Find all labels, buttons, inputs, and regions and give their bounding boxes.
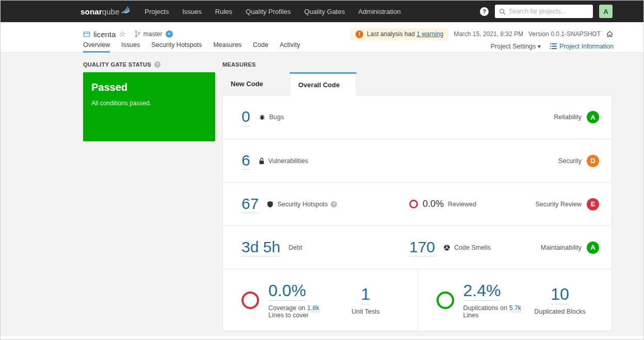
lines-to-cover-link[interactable]: 1.8k [307, 304, 319, 312]
navbar-right: ? A [480, 5, 613, 18]
favorite-star-icon[interactable]: ☆ [119, 29, 125, 39]
project-version: Version 0.0.1-SNAPSHOT [528, 30, 601, 38]
bugs-label: Bugs [269, 114, 284, 121]
coverage-value[interactable]: 0.0% [268, 281, 306, 301]
measures-panel: 0 Bugs Reliability A 6 [222, 95, 612, 331]
nav-item-quality-profiles[interactable]: Quality Profiles [246, 8, 291, 15]
quality-gate-subtitle: All conditions passed. [91, 100, 207, 107]
measures-title: MEASURES [222, 61, 612, 68]
list-icon [550, 43, 557, 49]
reliability-rating-badge[interactable]: A [587, 111, 599, 123]
warning-icon: ! [356, 30, 363, 38]
coverage-ring [242, 292, 259, 309]
code-smells-count[interactable]: 170 [409, 238, 435, 257]
tab-measures[interactable]: Measures [213, 41, 242, 53]
security-rating-badge[interactable]: D [587, 155, 599, 167]
sonar-wave-icon [121, 6, 130, 13]
tab-code[interactable]: Code [253, 41, 268, 53]
branch-name: master [143, 30, 163, 38]
tab-overall-code[interactable]: Overall Code [289, 72, 357, 95]
logo-text-bold: sonar [81, 7, 102, 16]
duplicated-lines-link[interactable]: 5.7k [509, 304, 521, 312]
code-smells-icon [443, 244, 450, 251]
tab-overview[interactable]: Overview [83, 41, 110, 53]
duplicated-blocks-block: 10 Duplicated Blocks [529, 285, 591, 315]
debt-value[interactable]: 3d 5h [242, 238, 280, 257]
warning-text: Last analysis had 1 warning [367, 30, 443, 38]
unit-tests-count[interactable]: 1 [361, 285, 371, 304]
quality-gate-help-icon[interactable]: ? [154, 61, 160, 68]
tab-activity[interactable]: Activity [280, 41, 300, 53]
security-review-label: Security Review [535, 201, 582, 208]
analysis-date: March 15, 2021, 8:32 PM [454, 30, 523, 38]
duplications-value[interactable]: 2.4% [463, 281, 501, 301]
duplicated-blocks-count[interactable]: 10 [551, 285, 569, 304]
measure-row-security-hotspots: 67 Security Hotspots ? 0.0% Reviewed Sec… [223, 182, 611, 225]
project-actions: Project Settings ▾ Project Information [491, 42, 614, 53]
code-smells-label: Code Smells [454, 244, 491, 251]
warning-link[interactable]: 1 warning [416, 30, 443, 38]
tab-new-code[interactable]: New Code [222, 72, 289, 95]
project-search[interactable] [495, 5, 593, 18]
duplications-ring [437, 292, 454, 309]
user-avatar[interactable]: A [599, 5, 613, 18]
plus-icon[interactable]: + [166, 30, 173, 38]
analysis-warning-badge: ! Last analysis had 1 warning [350, 28, 448, 40]
sonarqube-logo[interactable]: sonarqube [81, 7, 130, 16]
analysis-meta: ! Last analysis had 1 warning March 15, … [350, 28, 614, 40]
search-icon [499, 8, 506, 15]
maintainability-rating-badge[interactable]: A [587, 241, 599, 254]
project-name: licenta [93, 30, 116, 39]
security-label: Security [558, 157, 582, 165]
security-review-rating-badge[interactable]: E [587, 198, 599, 211]
home-icon[interactable] [606, 30, 614, 38]
quality-gate-title: QUALITY GATE STATUS ? [83, 61, 215, 68]
quality-gate-section: QUALITY GATE STATUS ? Passed All conditi… [83, 61, 215, 141]
tab-security-hotspots[interactable]: Security Hotspots [151, 41, 202, 53]
measures-section: MEASURES New Code Overall Code 0 Bugs [222, 61, 612, 331]
nav-item-rules[interactable]: Rules [215, 8, 232, 15]
nav-item-issues[interactable]: Issues [182, 8, 202, 15]
duplications-block: 2.4% Duplications on 5.7k Lines 10 Dupli… [417, 269, 612, 331]
coverage-caption: Coverage on 1.8k Lines to cover [268, 304, 335, 319]
reviewed-value[interactable]: 0.0% [423, 199, 444, 209]
chevron-down-icon: ▾ [538, 43, 541, 50]
tab-issues[interactable]: Issues [121, 41, 140, 53]
measure-row-vulnerabilities: 6 Vulnerabilities Security D [223, 139, 611, 182]
measure-row-bugs: 0 Bugs Reliability A [223, 95, 611, 139]
branch-icon [134, 30, 141, 38]
security-hotspots-help-icon[interactable]: ? [331, 201, 337, 207]
logo-text-light: qube [102, 7, 119, 16]
maintainability-label: Maintainability [541, 244, 582, 251]
coverage-block: 0.0% Coverage on 1.8k Lines to cover 1 U… [223, 269, 417, 331]
nav-item-administration[interactable]: Administration [358, 8, 400, 15]
lock-icon [259, 157, 265, 165]
debt-label: Debt [288, 244, 302, 251]
unit-tests-label: Unit Tests [335, 308, 397, 315]
project-header: licenta ☆ master + ! Last analysis had 1… [1, 22, 643, 53]
reliability-label: Reliability [554, 114, 582, 121]
search-input[interactable] [509, 8, 589, 15]
measures-bottom: 0.0% Coverage on 1.8k Lines to cover 1 U… [223, 269, 611, 331]
measure-row-maintainability: 3d 5h Debt 170 Code Smells Maintainabili… [223, 225, 611, 269]
project-title-row: licenta ☆ master + ! Last analysis had 1… [83, 27, 614, 41]
reviewed-label: Reviewed [448, 201, 476, 208]
security-hotspots-label: Security Hotspots [277, 201, 328, 208]
unit-tests-block: 1 Unit Tests [335, 285, 397, 315]
security-hotspots-count[interactable]: 67 [242, 195, 259, 214]
nav-item-quality-gates[interactable]: Quality Gates [304, 8, 345, 15]
duplications-caption: Duplications on 5.7k Lines [463, 304, 529, 319]
reviewed-ring [409, 200, 418, 208]
project-settings-dropdown[interactable]: Project Settings ▾ [491, 42, 541, 50]
nav-item-projects[interactable]: Projects [144, 8, 169, 15]
bugs-count[interactable]: 0 [242, 108, 250, 126]
project-nav-row: Overview Issues Security Hotspots Measur… [83, 40, 614, 53]
help-icon[interactable]: ? [480, 7, 489, 16]
quality-gate-status-box: Passed All conditions passed. [83, 72, 215, 141]
vulnerabilities-count[interactable]: 6 [242, 152, 250, 170]
project-information-link[interactable]: Project Information [550, 43, 614, 50]
shield-icon [267, 201, 273, 208]
duplicated-blocks-label: Duplicated Blocks [529, 308, 591, 315]
sonarqube-dashboard: sonarqube Projects Issues Rules Quality … [0, 0, 644, 340]
bug-icon [259, 114, 266, 121]
